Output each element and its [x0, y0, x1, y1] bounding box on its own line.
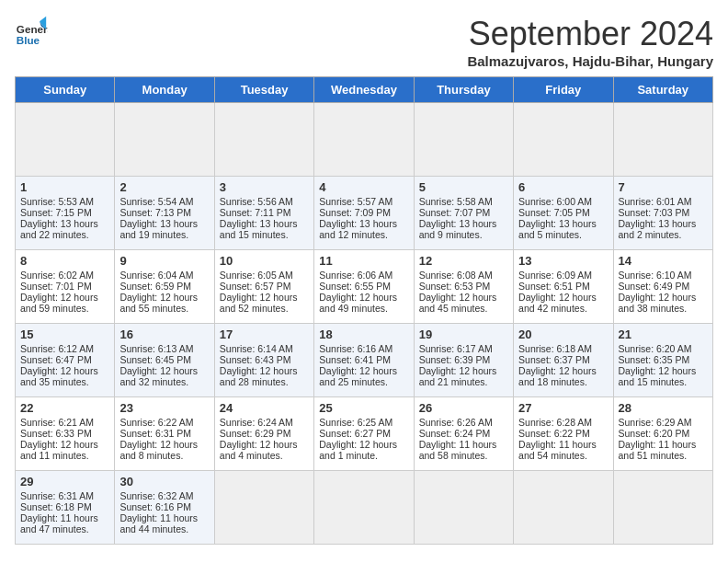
- day-number: 4: [319, 180, 408, 194]
- day-info-line: Sunrise: 6:04 AM: [119, 270, 209, 281]
- day-number: 30: [119, 475, 209, 488]
- day-info-line: and 49 minutes.: [319, 303, 408, 314]
- day-info-line: and 44 minutes.: [119, 523, 209, 534]
- calendar-cell: 22Sunrise: 6:21 AMSunset: 6:33 PMDayligh…: [16, 397, 115, 471]
- day-info-line: Daylight: 12 hours: [119, 365, 209, 376]
- calendar-cell: 27Sunrise: 6:28 AMSunset: 6:22 PMDayligh…: [514, 397, 613, 471]
- day-info-line: Sunrise: 5:54 AM: [119, 196, 209, 207]
- day-info-line: and 47 minutes.: [20, 523, 109, 534]
- calendar-cell: 7Sunrise: 6:01 AMSunset: 7:03 PMDaylight…: [613, 177, 712, 250]
- day-info-line: Sunset: 6:29 PM: [220, 428, 309, 439]
- day-info-line: Sunset: 6:27 PM: [319, 428, 408, 439]
- day-info-line: Sunrise: 6:08 AM: [419, 270, 508, 281]
- day-info-line: Daylight: 12 hours: [20, 439, 109, 450]
- day-info-line: and 59 minutes.: [20, 303, 109, 314]
- day-number: 11: [319, 254, 408, 268]
- calendar-cell: 12Sunrise: 6:08 AMSunset: 6:53 PMDayligh…: [414, 250, 513, 324]
- day-info-line: Sunrise: 6:26 AM: [419, 417, 508, 428]
- day-info-line: Daylight: 12 hours: [319, 292, 408, 303]
- day-number: 12: [419, 254, 508, 268]
- day-info-line: Sunrise: 6:09 AM: [518, 270, 608, 281]
- calendar-cell: 18Sunrise: 6:16 AMSunset: 6:41 PMDayligh…: [314, 324, 414, 397]
- column-header-friday: Friday: [514, 77, 613, 103]
- day-info-line: Sunset: 6:57 PM: [220, 281, 309, 292]
- day-info-line: Sunset: 6:55 PM: [319, 281, 408, 292]
- header: General Blue September 2024 Balmazujvaro…: [15, 15, 713, 69]
- day-info-line: Sunset: 7:13 PM: [119, 207, 209, 218]
- day-info-line: Daylight: 12 hours: [619, 292, 708, 303]
- column-header-sunday: Sunday: [16, 77, 115, 103]
- day-info-line: and 15 minutes.: [619, 376, 708, 387]
- calendar-cell: 8Sunrise: 6:02 AMSunset: 7:01 PMDaylight…: [16, 250, 115, 324]
- calendar-cell: 11Sunrise: 6:06 AMSunset: 6:55 PMDayligh…: [314, 250, 414, 324]
- calendar-cell: [214, 471, 313, 545]
- calendar-cell: [414, 103, 513, 177]
- logo: General Blue: [15, 15, 48, 48]
- day-info-line: and 52 minutes.: [220, 303, 309, 314]
- day-number: 19: [419, 327, 508, 341]
- day-info-line: Daylight: 12 hours: [518, 292, 608, 303]
- day-info-line: and 58 minutes.: [419, 450, 508, 461]
- day-info-line: Daylight: 12 hours: [518, 365, 608, 376]
- calendar-cell: 25Sunrise: 6:25 AMSunset: 6:27 PMDayligh…: [314, 397, 414, 471]
- column-header-wednesday: Wednesday: [314, 77, 414, 103]
- day-info-line: Daylight: 12 hours: [20, 365, 109, 376]
- day-info-line: Sunset: 6:18 PM: [20, 501, 109, 512]
- day-info-line: Sunrise: 6:14 AM: [220, 343, 309, 354]
- calendar-cell: 19Sunrise: 6:17 AMSunset: 6:39 PMDayligh…: [414, 324, 513, 397]
- day-number: 2: [119, 180, 209, 194]
- calendar-cell: [514, 103, 613, 177]
- day-number: 16: [119, 327, 209, 341]
- day-number: 3: [220, 180, 309, 194]
- day-info-line: Sunset: 6:47 PM: [20, 354, 109, 365]
- calendar-cell: [314, 103, 414, 177]
- calendar-cell: 5Sunrise: 5:58 AMSunset: 7:07 PMDaylight…: [414, 177, 513, 250]
- day-info-line: Sunrise: 6:17 AM: [419, 343, 508, 354]
- day-info-line: Sunset: 6:33 PM: [20, 428, 109, 439]
- day-info-line: and 2 minutes.: [619, 229, 708, 240]
- day-number: 28: [619, 401, 708, 415]
- day-info-line: Sunset: 7:07 PM: [419, 207, 508, 218]
- day-info-line: Sunrise: 5:57 AM: [319, 196, 408, 207]
- day-info-line: Sunrise: 6:25 AM: [319, 417, 408, 428]
- column-header-saturday: Saturday: [613, 77, 712, 103]
- calendar-cell: [414, 471, 513, 545]
- day-info-line: Sunset: 6:51 PM: [518, 281, 608, 292]
- calendar-cell: 17Sunrise: 6:14 AMSunset: 6:43 PMDayligh…: [214, 324, 313, 397]
- day-info-line: Sunrise: 6:12 AM: [20, 343, 109, 354]
- day-info-line: Sunrise: 6:06 AM: [319, 270, 408, 281]
- day-info-line: Daylight: 11 hours: [619, 439, 708, 450]
- day-number: 24: [220, 401, 309, 415]
- day-info-line: Daylight: 13 hours: [20, 218, 109, 229]
- day-info-line: Daylight: 13 hours: [619, 218, 708, 229]
- day-number: 6: [518, 180, 608, 194]
- day-info-line: and 35 minutes.: [20, 376, 109, 387]
- calendar-cell: 29Sunrise: 6:31 AMSunset: 6:18 PMDayligh…: [16, 471, 115, 545]
- day-info-line: and 55 minutes.: [119, 303, 209, 314]
- day-info-line: and 9 minutes.: [419, 229, 508, 240]
- calendar-cell: [314, 471, 414, 545]
- day-info-line: and 12 minutes.: [319, 229, 408, 240]
- title-area: September 2024 Balmazujvaros, Hajdu-Biha…: [467, 15, 713, 69]
- day-info-line: Sunset: 7:15 PM: [20, 207, 109, 218]
- column-header-thursday: Thursday: [414, 77, 513, 103]
- day-info-line: Sunset: 7:01 PM: [20, 281, 109, 292]
- day-info-line: and 42 minutes.: [518, 303, 608, 314]
- day-number: 20: [518, 327, 608, 341]
- day-info-line: Sunset: 6:43 PM: [220, 354, 309, 365]
- day-info-line: Sunset: 6:24 PM: [419, 428, 508, 439]
- day-info-line: Daylight: 12 hours: [20, 292, 109, 303]
- calendar-cell: 6Sunrise: 6:00 AMSunset: 7:05 PMDaylight…: [514, 177, 613, 250]
- calendar-cell: 26Sunrise: 6:26 AMSunset: 6:24 PMDayligh…: [414, 397, 513, 471]
- calendar-cell: 16Sunrise: 6:13 AMSunset: 6:45 PMDayligh…: [115, 324, 214, 397]
- day-info-line: Daylight: 12 hours: [220, 439, 309, 450]
- day-info-line: Daylight: 13 hours: [220, 218, 309, 229]
- day-number: 22: [20, 401, 109, 415]
- day-info-line: and 18 minutes.: [518, 376, 608, 387]
- day-number: 21: [619, 327, 708, 341]
- day-info-line: and 15 minutes.: [220, 229, 309, 240]
- calendar-cell: 15Sunrise: 6:12 AMSunset: 6:47 PMDayligh…: [16, 324, 115, 397]
- day-info-line: Sunrise: 6:29 AM: [619, 417, 708, 428]
- day-info-line: Sunset: 6:59 PM: [119, 281, 209, 292]
- day-info-line: Sunset: 6:16 PM: [119, 501, 209, 512]
